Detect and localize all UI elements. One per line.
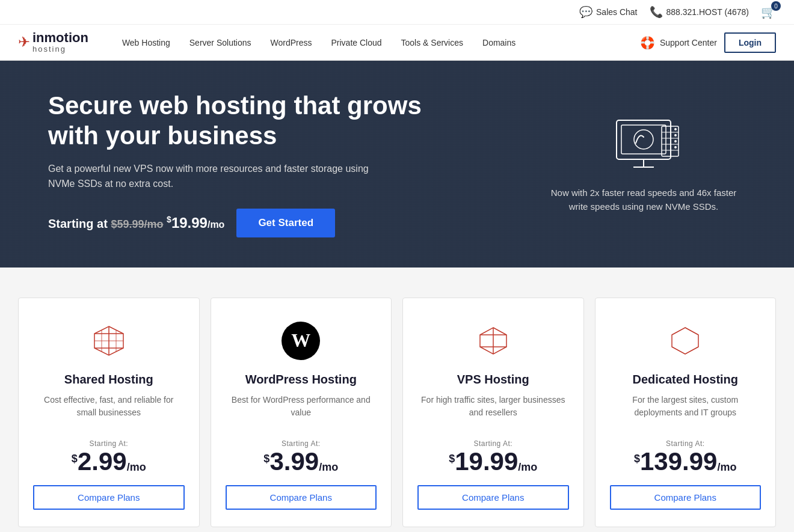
- vps-price-mo: /mo: [518, 461, 537, 474]
- top-bar: 💬 Sales Chat 📞 888.321.HOST (4678) 🛒 0: [0, 0, 794, 25]
- phone-link[interactable]: 📞 888.321.HOST (4678): [650, 5, 749, 19]
- nav-links: Web Hosting Server Solutions WordPress P…: [112, 25, 640, 61]
- wordpress-hosting-pricing: Starting At: $ 3.99 /mo: [263, 439, 338, 474]
- nav-domains[interactable]: Domains: [473, 25, 525, 61]
- hero-cta-button[interactable]: Get Started: [236, 209, 335, 237]
- hero-pricing: Starting at $59.99/mo $19.99/mo Get Star…: [48, 209, 445, 237]
- svg-point-11: [674, 134, 677, 136]
- support-label: Support Center: [660, 38, 717, 47]
- shared-hosting-icon: [88, 320, 130, 362]
- wordpress-price-mo: /mo: [319, 461, 338, 474]
- support-icon: 🛟: [640, 35, 655, 50]
- svg-line-27: [685, 347, 698, 354]
- phone-number: 888.321.HOST (4678): [666, 7, 749, 17]
- wordpress-starting-at: Starting At:: [263, 439, 338, 448]
- svg-line-26: [685, 328, 698, 335]
- dedicated-price-dollar: $: [634, 453, 640, 465]
- vps-price-amount: 19.99: [455, 449, 518, 474]
- hero-right-text: Now with 2x faster read speeds and 46x f…: [541, 186, 746, 213]
- shared-price-mo: /mo: [127, 461, 146, 474]
- dedicated-hosting-desc: For the largest sites, custom deployment…: [610, 394, 762, 423]
- svg-point-12: [674, 140, 677, 142]
- hero-server-icon: [541, 114, 746, 177]
- dedicated-starting-at: Starting At:: [634, 439, 737, 448]
- sales-chat-link[interactable]: 💬 Sales Chat: [579, 5, 637, 19]
- cart-badge: 0: [771, 1, 781, 11]
- vps-price-dollar: $: [449, 453, 455, 465]
- hero-left: Secure web hosting that grows with your …: [48, 91, 445, 237]
- login-button[interactable]: Login: [724, 32, 776, 53]
- phone-icon: 📞: [650, 5, 663, 19]
- svg-rect-1: [621, 125, 666, 154]
- nav-web-hosting[interactable]: Web Hosting: [112, 25, 180, 61]
- dedicated-compare-button[interactable]: Compare Plans: [610, 485, 762, 510]
- nav-tools-services[interactable]: Tools & Services: [392, 25, 473, 61]
- hero-title: Secure web hosting that grows with your …: [48, 91, 445, 151]
- dedicated-hosting-card: Dedicated Hosting For the largest sites,…: [595, 298, 777, 527]
- chat-icon: 💬: [579, 5, 592, 19]
- nav-private-cloud[interactable]: Private Cloud: [321, 25, 391, 61]
- vps-hosting-card: VPS Hosting For high traffic sites, larg…: [402, 298, 584, 527]
- nav-right: 🛟 Support Center Login: [640, 32, 776, 53]
- cards-grid: Shared Hosting Cost effective, fast, and…: [18, 298, 776, 527]
- wordpress-hosting-card: W WordPress Hosting Best for WordPress p…: [211, 298, 392, 527]
- logo-sub: hosting: [32, 45, 88, 54]
- hero-new-price: $19.99/mo: [167, 215, 224, 231]
- vps-hosting-icon: [472, 320, 514, 362]
- sales-chat-label: Sales Chat: [596, 7, 637, 17]
- logo-text: inmotion hosting: [32, 31, 88, 54]
- support-center-link[interactable]: 🛟 Support Center: [640, 35, 717, 50]
- shared-hosting-title: Shared Hosting: [64, 373, 153, 387]
- svg-marker-25: [672, 328, 698, 354]
- wordpress-hosting-title: WordPress Hosting: [245, 373, 357, 387]
- cart-button[interactable]: 🛒 0: [761, 5, 776, 19]
- hero-right: Now with 2x faster read speeds and 46x f…: [541, 114, 746, 213]
- main-nav: ✈ inmotion hosting Web Hosting Server So…: [0, 25, 794, 61]
- vps-compare-button[interactable]: Compare Plans: [417, 485, 569, 510]
- vps-hosting-desc: For high traffic sites, larger businesse…: [417, 394, 569, 423]
- shared-price-dollar: $: [72, 453, 78, 465]
- dedicated-hosting-pricing: Starting At: $ 139.99 /mo: [634, 439, 737, 474]
- wordpress-hosting-icon: W: [280, 320, 322, 362]
- shared-hosting-desc: Cost effective, fast, and reliable for s…: [33, 394, 185, 423]
- shared-hosting-card: Shared Hosting Cost effective, fast, and…: [18, 298, 200, 527]
- wordpress-w-logo: W: [291, 329, 310, 352]
- hero-starting-at: Starting at $59.99/mo $19.99/mo: [48, 215, 224, 231]
- wordpress-compare-button[interactable]: Compare Plans: [226, 485, 377, 510]
- server-svg-icon: [605, 114, 683, 174]
- shared-compare-button[interactable]: Compare Plans: [33, 485, 185, 510]
- dedicated-price-mo: /mo: [717, 461, 736, 474]
- dedicated-price-amount: 139.99: [640, 449, 717, 474]
- logo-link[interactable]: ✈ inmotion hosting: [18, 31, 88, 54]
- hero-section: Secure web hosting that grows with your …: [0, 61, 794, 268]
- logo-swoosh-icon: ✈: [18, 34, 30, 50]
- dedicated-hosting-icon: [664, 320, 706, 362]
- svg-point-13: [674, 146, 677, 148]
- hero-old-price: $59.99/mo: [111, 218, 163, 230]
- svg-point-10: [674, 128, 677, 130]
- wordpress-price-dollar: $: [263, 453, 269, 465]
- vps-starting-at: Starting At:: [449, 439, 537, 448]
- vps-hosting-title: VPS Hosting: [457, 373, 529, 387]
- nav-wordpress[interactable]: WordPress: [261, 25, 322, 61]
- vps-hosting-pricing: Starting At: $ 19.99 /mo: [449, 439, 537, 474]
- nav-server-solutions[interactable]: Server Solutions: [180, 25, 261, 61]
- wordpress-price-amount: 3.99: [269, 449, 319, 474]
- svg-line-29: [672, 347, 685, 354]
- hero-subtitle: Get a powerful new VPS now with more res…: [48, 161, 397, 192]
- svg-line-28: [672, 328, 685, 335]
- shared-price-amount: 2.99: [78, 449, 127, 474]
- cards-section: Shared Hosting Cost effective, fast, and…: [0, 268, 794, 532]
- wordpress-hosting-desc: Best for WordPress performance and value: [226, 394, 377, 423]
- logo-brand: inmotion: [32, 31, 88, 45]
- shared-starting-at: Starting At:: [72, 439, 146, 448]
- shared-hosting-pricing: Starting At: $ 2.99 /mo: [72, 439, 146, 474]
- dedicated-hosting-title: Dedicated Hosting: [632, 373, 738, 387]
